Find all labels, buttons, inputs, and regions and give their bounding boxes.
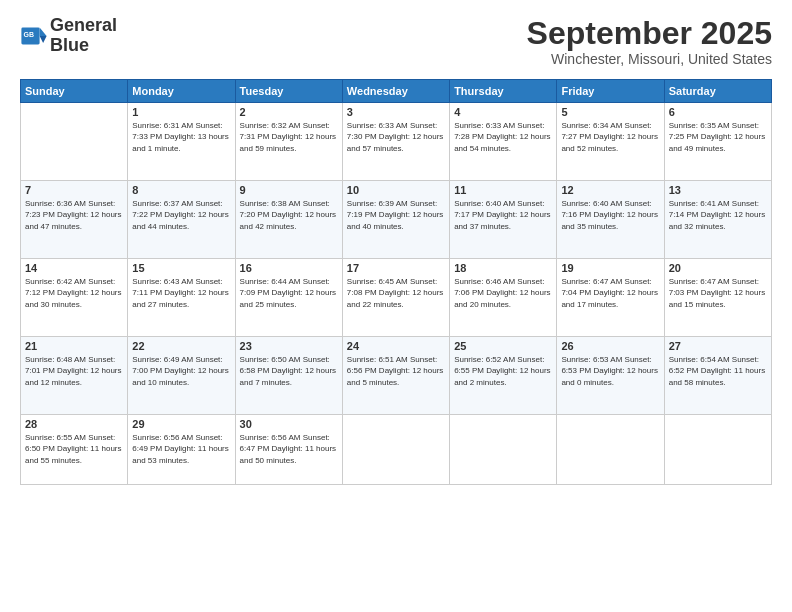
- header-cell-sunday: Sunday: [21, 80, 128, 103]
- calendar-cell: 3Sunrise: 6:33 AM Sunset: 7:30 PM Daylig…: [342, 103, 449, 181]
- day-info: Sunrise: 6:44 AM Sunset: 7:09 PM Dayligh…: [240, 276, 338, 310]
- calendar-cell: 9Sunrise: 6:38 AM Sunset: 7:20 PM Daylig…: [235, 181, 342, 259]
- calendar-cell: 17Sunrise: 6:45 AM Sunset: 7:08 PM Dayli…: [342, 259, 449, 337]
- day-number: 11: [454, 184, 552, 196]
- calendar-cell: 1Sunrise: 6:31 AM Sunset: 7:33 PM Daylig…: [128, 103, 235, 181]
- day-number: 6: [669, 106, 767, 118]
- page: GB General Blue September 2025 Wincheste…: [0, 0, 792, 612]
- logo-icon: GB: [20, 22, 48, 50]
- day-info: Sunrise: 6:37 AM Sunset: 7:22 PM Dayligh…: [132, 198, 230, 232]
- day-info: Sunrise: 6:45 AM Sunset: 7:08 PM Dayligh…: [347, 276, 445, 310]
- calendar-cell: 21Sunrise: 6:48 AM Sunset: 7:01 PM Dayli…: [21, 337, 128, 415]
- header-cell-monday: Monday: [128, 80, 235, 103]
- calendar-cell: 6Sunrise: 6:35 AM Sunset: 7:25 PM Daylig…: [664, 103, 771, 181]
- day-number: 18: [454, 262, 552, 274]
- calendar-location: Winchester, Missouri, United States: [527, 51, 772, 67]
- day-info: Sunrise: 6:42 AM Sunset: 7:12 PM Dayligh…: [25, 276, 123, 310]
- day-number: 26: [561, 340, 659, 352]
- calendar-cell: 4Sunrise: 6:33 AM Sunset: 7:28 PM Daylig…: [450, 103, 557, 181]
- day-number: 9: [240, 184, 338, 196]
- day-info: Sunrise: 6:49 AM Sunset: 7:00 PM Dayligh…: [132, 354, 230, 388]
- day-number: 8: [132, 184, 230, 196]
- header-cell-thursday: Thursday: [450, 80, 557, 103]
- calendar-row: 21Sunrise: 6:48 AM Sunset: 7:01 PM Dayli…: [21, 337, 772, 415]
- header-cell-wednesday: Wednesday: [342, 80, 449, 103]
- day-info: Sunrise: 6:47 AM Sunset: 7:03 PM Dayligh…: [669, 276, 767, 310]
- day-info: Sunrise: 6:31 AM Sunset: 7:33 PM Dayligh…: [132, 120, 230, 154]
- day-info: Sunrise: 6:43 AM Sunset: 7:11 PM Dayligh…: [132, 276, 230, 310]
- day-number: 28: [25, 418, 123, 430]
- day-number: 10: [347, 184, 445, 196]
- header-row: SundayMondayTuesdayWednesdayThursdayFrid…: [21, 80, 772, 103]
- day-number: 22: [132, 340, 230, 352]
- svg-text:GB: GB: [24, 31, 35, 38]
- day-info: Sunrise: 6:33 AM Sunset: 7:30 PM Dayligh…: [347, 120, 445, 154]
- day-number: 12: [561, 184, 659, 196]
- day-info: Sunrise: 6:50 AM Sunset: 6:58 PM Dayligh…: [240, 354, 338, 388]
- calendar-cell: [557, 415, 664, 485]
- day-number: 29: [132, 418, 230, 430]
- day-info: Sunrise: 6:34 AM Sunset: 7:27 PM Dayligh…: [561, 120, 659, 154]
- day-number: 13: [669, 184, 767, 196]
- calendar-cell: 5Sunrise: 6:34 AM Sunset: 7:27 PM Daylig…: [557, 103, 664, 181]
- calendar-cell: 30Sunrise: 6:56 AM Sunset: 6:47 PM Dayli…: [235, 415, 342, 485]
- day-info: Sunrise: 6:40 AM Sunset: 7:17 PM Dayligh…: [454, 198, 552, 232]
- day-number: 3: [347, 106, 445, 118]
- calendar-cell: 24Sunrise: 6:51 AM Sunset: 6:56 PM Dayli…: [342, 337, 449, 415]
- day-number: 24: [347, 340, 445, 352]
- header-cell-tuesday: Tuesday: [235, 80, 342, 103]
- calendar-cell: 8Sunrise: 6:37 AM Sunset: 7:22 PM Daylig…: [128, 181, 235, 259]
- title-block: September 2025 Winchester, Missouri, Uni…: [527, 16, 772, 67]
- day-info: Sunrise: 6:33 AM Sunset: 7:28 PM Dayligh…: [454, 120, 552, 154]
- calendar-cell: 19Sunrise: 6:47 AM Sunset: 7:04 PM Dayli…: [557, 259, 664, 337]
- day-number: 21: [25, 340, 123, 352]
- calendar-cell: 7Sunrise: 6:36 AM Sunset: 7:23 PM Daylig…: [21, 181, 128, 259]
- day-info: Sunrise: 6:48 AM Sunset: 7:01 PM Dayligh…: [25, 354, 123, 388]
- logo-line2: Blue: [50, 36, 117, 56]
- day-info: Sunrise: 6:47 AM Sunset: 7:04 PM Dayligh…: [561, 276, 659, 310]
- day-info: Sunrise: 6:56 AM Sunset: 6:47 PM Dayligh…: [240, 432, 338, 466]
- calendar-title: September 2025: [527, 16, 772, 51]
- calendar-cell: [342, 415, 449, 485]
- calendar-cell: 27Sunrise: 6:54 AM Sunset: 6:52 PM Dayli…: [664, 337, 771, 415]
- day-info: Sunrise: 6:46 AM Sunset: 7:06 PM Dayligh…: [454, 276, 552, 310]
- day-info: Sunrise: 6:51 AM Sunset: 6:56 PM Dayligh…: [347, 354, 445, 388]
- calendar-cell: [21, 103, 128, 181]
- day-info: Sunrise: 6:39 AM Sunset: 7:19 PM Dayligh…: [347, 198, 445, 232]
- day-number: 16: [240, 262, 338, 274]
- calendar-table: SundayMondayTuesdayWednesdayThursdayFrid…: [20, 79, 772, 485]
- day-number: 1: [132, 106, 230, 118]
- calendar-cell: 20Sunrise: 6:47 AM Sunset: 7:03 PM Dayli…: [664, 259, 771, 337]
- calendar-cell: 10Sunrise: 6:39 AM Sunset: 7:19 PM Dayli…: [342, 181, 449, 259]
- day-number: 15: [132, 262, 230, 274]
- header: GB General Blue September 2025 Wincheste…: [20, 16, 772, 67]
- day-number: 27: [669, 340, 767, 352]
- calendar-cell: 26Sunrise: 6:53 AM Sunset: 6:53 PM Dayli…: [557, 337, 664, 415]
- calendar-row: 7Sunrise: 6:36 AM Sunset: 7:23 PM Daylig…: [21, 181, 772, 259]
- calendar-cell: 2Sunrise: 6:32 AM Sunset: 7:31 PM Daylig…: [235, 103, 342, 181]
- header-cell-friday: Friday: [557, 80, 664, 103]
- day-info: Sunrise: 6:41 AM Sunset: 7:14 PM Dayligh…: [669, 198, 767, 232]
- calendar-cell: [664, 415, 771, 485]
- calendar-cell: 25Sunrise: 6:52 AM Sunset: 6:55 PM Dayli…: [450, 337, 557, 415]
- day-info: Sunrise: 6:38 AM Sunset: 7:20 PM Dayligh…: [240, 198, 338, 232]
- day-number: 19: [561, 262, 659, 274]
- calendar-cell: 18Sunrise: 6:46 AM Sunset: 7:06 PM Dayli…: [450, 259, 557, 337]
- calendar-cell: 23Sunrise: 6:50 AM Sunset: 6:58 PM Dayli…: [235, 337, 342, 415]
- day-number: 25: [454, 340, 552, 352]
- calendar-cell: [450, 415, 557, 485]
- day-number: 23: [240, 340, 338, 352]
- logo: GB General Blue: [20, 16, 117, 56]
- day-info: Sunrise: 6:54 AM Sunset: 6:52 PM Dayligh…: [669, 354, 767, 388]
- header-cell-saturday: Saturday: [664, 80, 771, 103]
- day-number: 5: [561, 106, 659, 118]
- day-info: Sunrise: 6:32 AM Sunset: 7:31 PM Dayligh…: [240, 120, 338, 154]
- day-number: 20: [669, 262, 767, 274]
- day-info: Sunrise: 6:53 AM Sunset: 6:53 PM Dayligh…: [561, 354, 659, 388]
- calendar-cell: 22Sunrise: 6:49 AM Sunset: 7:00 PM Dayli…: [128, 337, 235, 415]
- calendar-cell: 15Sunrise: 6:43 AM Sunset: 7:11 PM Dayli…: [128, 259, 235, 337]
- calendar-row: 28Sunrise: 6:55 AM Sunset: 6:50 PM Dayli…: [21, 415, 772, 485]
- day-number: 2: [240, 106, 338, 118]
- day-info: Sunrise: 6:36 AM Sunset: 7:23 PM Dayligh…: [25, 198, 123, 232]
- calendar-cell: 28Sunrise: 6:55 AM Sunset: 6:50 PM Dayli…: [21, 415, 128, 485]
